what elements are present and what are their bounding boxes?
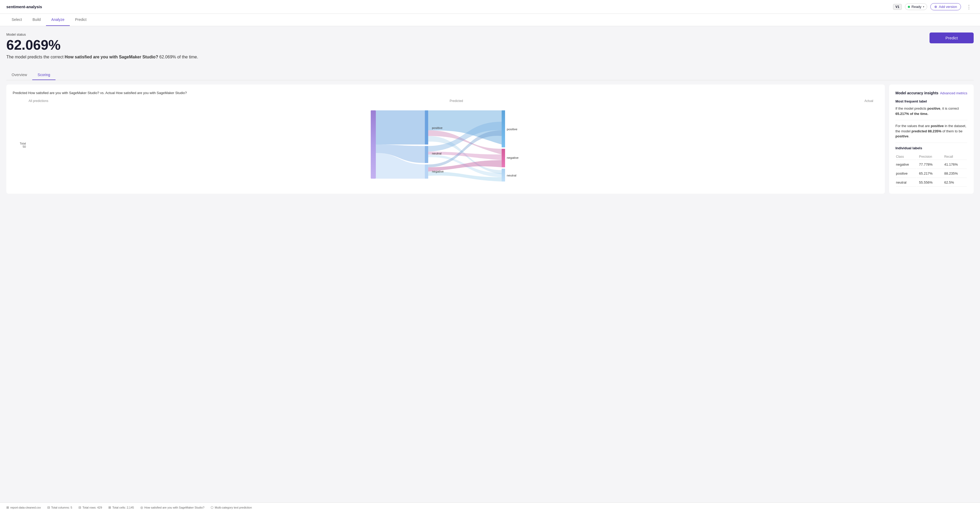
sub-tab-scoring[interactable]: Scoring [32,70,55,80]
status-badge[interactable]: Ready ▾ [905,3,928,10]
tab-predict[interactable]: Predict [70,14,92,26]
app-title: sentiment-analysis [6,5,42,9]
class-positive: positive [896,169,916,178]
insight1-bold1: positive [928,107,940,110]
divider2 [896,143,967,143]
recall-neutral: 62.5% [942,178,967,187]
recall-negative: 41.176% [942,161,967,169]
svg-text:negative: negative [432,170,444,173]
svg-text:neutral: neutral [432,152,441,155]
content-area: Predicted How satisfied are you with Sag… [6,84,974,194]
precision-negative: 77.778% [917,161,942,169]
svg-rect-0 [371,110,376,179]
precision-positive: 65.217% [917,169,942,178]
col-header-recall: Recall [942,154,967,160]
status-dot-icon [908,6,910,8]
plus-icon: ⊕ [934,5,937,9]
svg-rect-6 [502,169,505,181]
insight2-bold3: positive [896,134,908,138]
individual-labels-title: Individual labels [896,146,967,150]
chart-panel: Predicted How satisfied are you with Sag… [6,84,885,194]
app-header: sentiment-analysis V1 Ready ▾ ⊕ Add vers… [0,0,980,14]
col-all-predictions: All predictions [29,99,48,103]
svg-rect-5 [502,149,505,167]
metrics-title: Model accuracy insights [896,91,939,95]
svg-text:neutral: neutral [507,173,516,177]
svg-rect-2 [425,146,428,163]
svg-text:positive: positive [507,127,517,131]
sub-tab-overview[interactable]: Overview [6,70,32,80]
table-row: positive 65.217% 88.235% [896,169,967,178]
col-header-class: Class [896,154,916,160]
metrics-panel: Model accuracy insights Advanced metrics… [889,84,974,194]
svg-rect-3 [425,165,428,179]
insight2: For the values that are positive in the … [896,123,967,139]
svg-rect-4 [502,110,505,148]
table-row: negative 77.778% 41.176% [896,161,967,169]
advanced-metrics-link[interactable]: Advanced metrics [940,91,967,95]
table-row: neutral 55.556% 62.5% [896,178,967,187]
insight2-bold1: positive [931,124,944,128]
status-label: Ready [912,5,921,9]
model-status-label: Model status [6,32,198,37]
chart-title: Predicted How satisfied are you with Sag… [13,91,878,95]
predict-button[interactable]: Predict [929,32,974,43]
top-row: Model status 62.069% The model predicts … [6,32,974,65]
tab-analyze[interactable]: Analyze [46,14,70,26]
main-content: Model status 62.069% The model predicts … [0,26,980,502]
more-options-button[interactable]: ⋮ [964,3,974,11]
version-badge: V1 [893,4,902,10]
col-actual: Actual [864,99,873,103]
chevron-down-icon: ▾ [923,5,924,8]
insight1-bold2: 65.217% of the time. [896,112,928,116]
precision-neutral: 55.556% [917,178,942,187]
total-label: Total [13,142,26,145]
class-negative: negative [896,161,916,169]
tab-select[interactable]: Select [6,14,27,26]
svg-rect-1 [425,110,428,145]
add-version-button[interactable]: ⊕ Add version [930,3,961,10]
description-prefix: The model predicts the correct [6,55,65,59]
chart-subtitle-row: All predictions Predicted Actual [13,99,878,103]
sub-tabs: Overview Scoring [6,70,974,80]
header-right: V1 Ready ▾ ⊕ Add version ⋮ [893,3,974,11]
labels-table: Class Precision Recall negative 77.778% … [896,153,967,187]
class-neutral: neutral [896,178,916,187]
add-version-label: Add version [939,5,957,9]
model-status-section: Model status 62.069% The model predicts … [6,32,198,65]
nav-tabs: Select Build Analyze Predict [0,14,980,26]
sankey-chart: Total 50 [13,105,878,185]
insight1: If the model predicts positive, it is co… [896,106,967,116]
total-value: 50 [13,145,26,148]
description-bold: How satisfied are you with SageMaker Stu… [65,55,158,59]
col-header-precision: Precision [917,154,942,160]
recall-positive: 88.235% [942,169,967,178]
tab-build[interactable]: Build [27,14,46,26]
metrics-header: Model accuracy insights Advanced metrics [896,91,967,95]
description-suffix: 62.069% of the time. [158,55,198,59]
insight2-bold2: predicted 88.235% [912,129,942,133]
model-description: The model predicts the correct How satis… [6,55,198,59]
col-predicted: Predicted [450,99,463,103]
most-frequent-label: Most frequent label [896,99,967,103]
svg-text:positive: positive [432,126,443,130]
divider1 [896,120,967,120]
model-accuracy: 62.069% [6,38,198,52]
svg-text:negative: negative [507,156,519,159]
sankey-svg: positive neutral negative positive negat… [28,108,878,182]
sankey-total-label: Total 50 [13,142,26,148]
